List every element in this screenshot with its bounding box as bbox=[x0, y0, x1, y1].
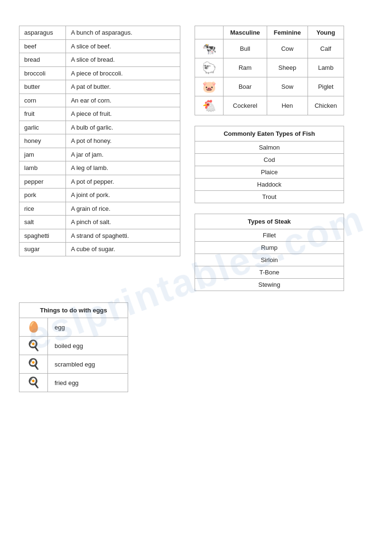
animal-masculine: Bull bbox=[224, 39, 267, 58]
food-noun-row: fruit A piece of fruit. bbox=[19, 107, 180, 121]
food-noun-row: pork A joint of pork. bbox=[19, 188, 180, 202]
food-noun-row: corn An ear of corn. bbox=[19, 94, 180, 107]
food-noun-word: sugar bbox=[19, 243, 66, 256]
food-noun-word: rice bbox=[19, 202, 66, 216]
steak-row: Sirloin bbox=[195, 254, 344, 266]
main-layout: asparagus A bunch of asparagus. beef A s… bbox=[19, 26, 373, 291]
food-noun-row: spaghetti A strand of spaghetti. bbox=[19, 229, 180, 243]
animals-col-header: Young bbox=[308, 26, 344, 39]
egg-row: 🍳 fried egg bbox=[19, 374, 128, 392]
food-noun-row: asparagus A bunch of asparagus. bbox=[19, 26, 180, 40]
animal-young: Calf bbox=[308, 39, 344, 58]
right-column: MasculineFeminineYoung 🐄 Bull Cow Calf 🐑… bbox=[195, 26, 344, 291]
egg-row: 🥚 egg bbox=[19, 318, 128, 337]
steak-row: T-Bone bbox=[195, 266, 344, 279]
food-noun-row: garlic A bulb of garlic. bbox=[19, 121, 180, 134]
food-noun-word: corn bbox=[19, 94, 66, 107]
food-noun-word: spaghetti bbox=[19, 229, 66, 243]
animal-feminine: Sheep bbox=[267, 58, 308, 77]
food-noun-phrase: A pat of butter. bbox=[66, 80, 180, 94]
food-nouns-section: asparagus A bunch of asparagus. beef A s… bbox=[19, 26, 180, 256]
animal-row: 🐔 Cockerel Hen Chicken bbox=[195, 96, 344, 115]
eggs-table: Things to do with eggs 🥚 egg 🍳 boiled eg… bbox=[19, 302, 128, 392]
egg-label: scrambled egg bbox=[48, 355, 128, 374]
food-noun-phrase: An ear of corn. bbox=[66, 94, 180, 107]
food-noun-row: broccoli A piece of broccoli. bbox=[19, 66, 180, 80]
animal-icon-cell: 🐔 bbox=[195, 96, 224, 115]
food-noun-row: butter A pat of butter. bbox=[19, 80, 180, 94]
food-noun-row: lamb A leg of lamb. bbox=[19, 161, 180, 175]
food-noun-word: pepper bbox=[19, 175, 66, 188]
animal-young: Piglet bbox=[308, 77, 344, 96]
steak-item: Sirloin bbox=[195, 254, 344, 266]
steak-row: Fillet bbox=[195, 229, 344, 242]
animal-icon-cell: 🐄 bbox=[195, 39, 224, 58]
food-noun-phrase: A bulb of garlic. bbox=[66, 121, 180, 134]
food-noun-word: butter bbox=[19, 80, 66, 94]
food-noun-word: asparagus bbox=[19, 26, 66, 40]
food-noun-phrase: A pot of honey. bbox=[66, 134, 180, 148]
food-noun-phrase: A piece of fruit. bbox=[66, 107, 180, 121]
animal-young: Lamb bbox=[308, 58, 344, 77]
egg-icon-cell: 🍳 bbox=[19, 374, 48, 392]
food-noun-word: beef bbox=[19, 39, 66, 53]
food-noun-row: honey A pot of honey. bbox=[19, 134, 180, 148]
steak-item: Stewing bbox=[195, 279, 344, 291]
egg-row: 🍳 scrambled egg bbox=[19, 355, 128, 374]
animals-icon-header bbox=[195, 26, 224, 39]
food-noun-row: bread A slice of bread. bbox=[19, 53, 180, 67]
bottom-section: Things to do with eggs 🥚 egg 🍳 boiled eg… bbox=[19, 302, 373, 392]
food-noun-word: bread bbox=[19, 53, 66, 67]
animals-col-header: Masculine bbox=[224, 26, 267, 39]
food-noun-phrase: A cube of sugar. bbox=[66, 243, 180, 256]
food-noun-row: jam A jar of jam. bbox=[19, 148, 180, 161]
fish-item: Salmon bbox=[195, 141, 344, 154]
fish-row: Plaice bbox=[195, 166, 344, 179]
steak-table-header: Types of Steak bbox=[195, 214, 344, 229]
food-noun-phrase: A pot of pepper. bbox=[66, 175, 180, 188]
steak-row: Rump bbox=[195, 242, 344, 254]
egg-label: boiled egg bbox=[48, 337, 128, 355]
animal-icon-cell: 🐑 bbox=[195, 58, 224, 77]
fish-item: Haddock bbox=[195, 179, 344, 191]
animal-young: Chicken bbox=[308, 96, 344, 115]
animal-feminine: Hen bbox=[267, 96, 308, 115]
egg-label: egg bbox=[48, 318, 128, 337]
food-noun-phrase: A jar of jam. bbox=[66, 148, 180, 161]
food-noun-phrase: A joint of pork. bbox=[66, 188, 180, 202]
animal-row: 🐷 Boar Sow Piglet bbox=[195, 77, 344, 96]
food-noun-row: sugar A cube of sugar. bbox=[19, 243, 180, 256]
animal-icon-cell: 🐷 bbox=[195, 77, 224, 96]
food-noun-word: lamb bbox=[19, 161, 66, 175]
food-noun-phrase: A bunch of asparagus. bbox=[66, 26, 180, 40]
food-noun-word: pork bbox=[19, 188, 66, 202]
fish-row: Trout bbox=[195, 191, 344, 203]
food-noun-word: honey bbox=[19, 134, 66, 148]
eggs-table-header: Things to do with eggs bbox=[19, 303, 128, 318]
egg-icon-cell: 🍳 bbox=[19, 337, 48, 355]
food-noun-phrase: A piece of broccoli. bbox=[66, 66, 180, 80]
fish-item: Plaice bbox=[195, 166, 344, 179]
food-noun-phrase: A leg of lamb. bbox=[66, 161, 180, 175]
steak-item: Rump bbox=[195, 242, 344, 254]
fish-row: Haddock bbox=[195, 179, 344, 191]
steak-item: T-Bone bbox=[195, 266, 344, 279]
food-noun-word: fruit bbox=[19, 107, 66, 121]
fish-table-header: Commonly Eaten Types of Fish bbox=[195, 126, 344, 141]
food-noun-row: salt A pinch of salt. bbox=[19, 216, 180, 229]
animal-masculine: Boar bbox=[224, 77, 267, 96]
food-noun-word: jam bbox=[19, 148, 66, 161]
food-noun-row: beef A slice of beef. bbox=[19, 39, 180, 53]
fish-item: Cod bbox=[195, 154, 344, 166]
animal-row: 🐄 Bull Cow Calf bbox=[195, 39, 344, 58]
food-nouns-table: asparagus A bunch of asparagus. beef A s… bbox=[19, 26, 180, 256]
food-noun-row: pepper A pot of pepper. bbox=[19, 175, 180, 188]
egg-icon-cell: 🍳 bbox=[19, 355, 48, 374]
fish-table: Commonly Eaten Types of Fish SalmonCodPl… bbox=[195, 126, 344, 203]
animal-row: 🐑 Ram Sheep Lamb bbox=[195, 58, 344, 77]
steak-row: Stewing bbox=[195, 279, 344, 291]
food-noun-word: broccoli bbox=[19, 66, 66, 80]
animal-masculine: Cockerel bbox=[224, 96, 267, 115]
steak-table: Types of Steak FilletRumpSirloinT-BoneSt… bbox=[195, 214, 344, 291]
steak-item: Fillet bbox=[195, 229, 344, 242]
